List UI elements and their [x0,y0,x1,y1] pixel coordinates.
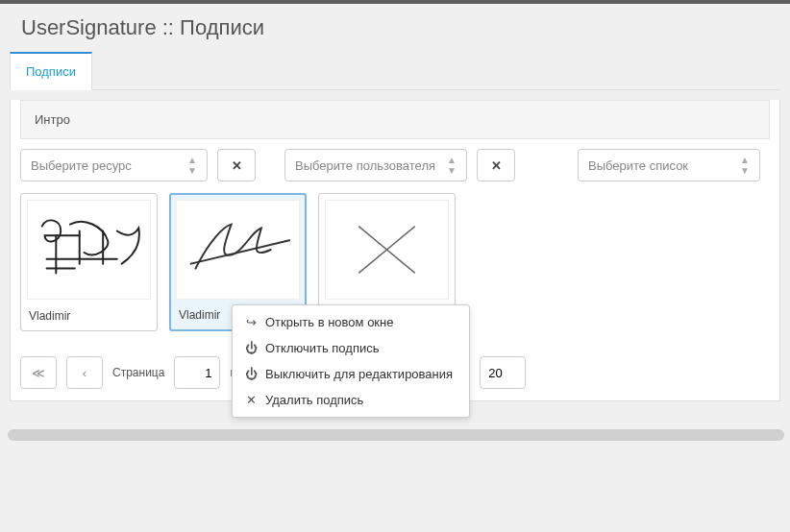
ctx-item-lockedit[interactable]: ⏻ Выключить для редактирования [233,361,469,387]
chevron-updown-icon: ▲▼ [740,156,750,176]
resource-clear-button[interactable]: ✕ [217,149,256,181]
user-clear-button[interactable]: ✕ [477,149,515,181]
pager-page-input[interactable] [174,356,220,389]
pager-prev-button[interactable]: ‹ [66,356,103,389]
pager-first-button[interactable]: ≪ [20,356,57,389]
tab-signatures[interactable]: Подписи [10,52,92,90]
list-select-placeholder: Выберите список [588,158,688,173]
signature-caption: Vladimir [21,305,157,330]
ctx-item-label: Отключить подпись [265,341,379,355]
ctx-item-disable[interactable]: ⏻ Отключить подпись [233,335,469,361]
signature-image [325,200,449,300]
signature-image [27,200,151,300]
intro-box: Интро [20,100,770,139]
ctx-item-label: Удалить подпись [265,393,363,407]
user-select[interactable]: Выберите пользователя ▲▼ [284,149,467,181]
page-title-text: UserSignature :: Подписи [21,15,264,39]
tab-label: Подписи [26,64,76,79]
filter-row: Выберите ресурс ▲▼ ✕ Выберите пользовате… [20,149,770,181]
first-icon: ≪ [32,366,45,380]
scrollbar-horizontal[interactable] [8,429,784,441]
intro-text: Интро [35,112,70,127]
list-select[interactable]: Выберите список ▲▼ [578,149,760,181]
tab-bar: Подписи [10,52,780,90]
signature-card[interactable]: Vladimir [20,193,158,331]
signature-image [176,200,300,300]
close-icon: ✕ [491,158,502,173]
ctx-item-label: Открыть в новом окне [265,315,393,329]
close-icon: ✕ [244,393,258,407]
open-icon: ↪ [244,315,258,329]
chevron-updown-icon: ▲▼ [187,156,197,176]
resource-select[interactable]: Выберите ресурс ▲▼ [20,149,208,181]
user-select-placeholder: Выберите пользователя [295,158,435,173]
ctx-item-label: Выключить для редактирования [265,367,453,381]
power-icon: ⏻ [244,367,258,381]
close-icon: ✕ [232,158,242,173]
ctx-item-delete[interactable]: ✕ Удалить подпись [233,387,469,413]
page-title: UserSignature :: Подписи [0,4,790,52]
power-icon: ⏻ [244,341,258,355]
pager-perpage-input[interactable] [480,356,526,389]
chevron-updown-icon: ▲▼ [447,156,457,176]
resource-select-placeholder: Выберите ресурс [31,158,132,173]
ctx-item-open[interactable]: ↪ Открыть в новом окне [233,309,469,335]
pager-page-label: Страница [112,366,164,379]
context-menu: ↪ Открыть в новом окне ⏻ Отключить подпи… [232,304,470,418]
prev-icon: ‹ [83,366,86,380]
